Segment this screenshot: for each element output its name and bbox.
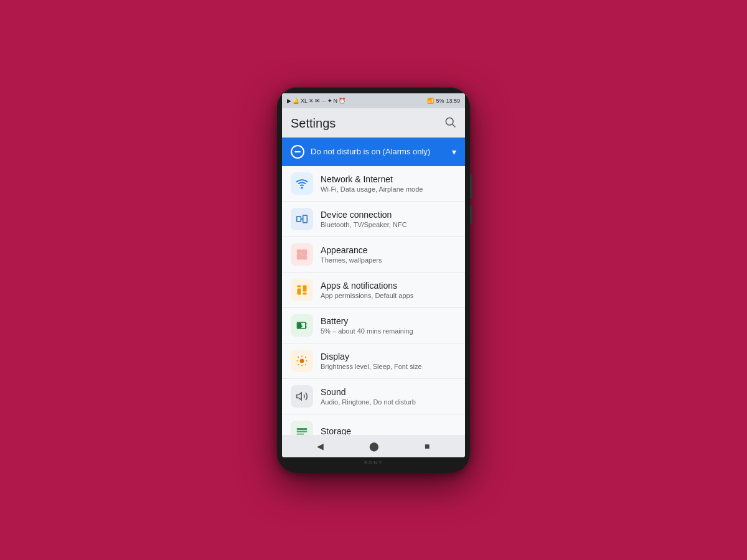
settings-item-storage[interactable]: Storage	[282, 414, 465, 435]
battery-icon	[291, 314, 313, 337]
sound-icon	[291, 385, 313, 408]
dnd-banner[interactable]: Do not disturb is on (Alarms only) ▾	[282, 138, 465, 166]
svg-rect-10	[298, 286, 301, 287]
battery-subtitle: 5% – about 40 mins remaining	[321, 327, 456, 335]
apps-subtitle: App permissions, Default apps	[321, 292, 456, 299]
nfc-icon: N	[334, 98, 338, 104]
svg-rect-9	[303, 256, 307, 259]
svg-rect-6	[298, 250, 302, 253]
svg-point-18	[300, 359, 304, 363]
display-icon	[291, 350, 313, 372]
network-text: Network & Internet Wi-Fi, Data usage, Ai…	[321, 174, 456, 193]
clock: 13:59	[446, 98, 460, 104]
settings-list: Network & Internet Wi-Fi, Data usage, Ai…	[282, 166, 465, 435]
wifi-icon	[291, 172, 313, 195]
battery-text: Battery 5% – about 40 mins remaining	[321, 316, 456, 335]
status-right-icons: 📶 5% 13:59	[427, 98, 460, 104]
network-subtitle: Wi-Fi, Data usage, Airplane mode	[321, 185, 456, 193]
volume-button[interactable]	[470, 205, 472, 224]
settings-item-battery[interactable]: Battery 5% – about 40 mins remaining	[282, 308, 465, 343]
network-title: Network & Internet	[321, 174, 456, 184]
bluetooth-icon: ✦	[327, 98, 332, 104]
apps-text: Apps & notifications App permissions, De…	[321, 281, 456, 299]
svg-rect-3	[297, 217, 301, 222]
dnd-text: Do not disturb is on (Alarms only)	[311, 147, 430, 157]
svg-rect-11	[298, 289, 301, 295]
alert-icon: 🔔	[293, 98, 299, 104]
svg-rect-4	[303, 215, 308, 223]
recents-button[interactable]: ■	[425, 441, 430, 451]
storage-icon	[291, 421, 313, 435]
svg-rect-8	[303, 250, 307, 255]
back-button[interactable]: ◀	[317, 441, 324, 451]
svg-rect-20	[297, 428, 308, 430]
svg-rect-13	[303, 292, 307, 294]
display-title: Display	[321, 352, 456, 362]
battery-pct: 5%	[436, 98, 444, 104]
phone-device: ▶ 🔔 XL ✕ ✉ ··· ✦ N ⏰ 📶 5% 13:59 Settings	[277, 87, 470, 473]
battery-title: Battery	[321, 316, 456, 326]
nav-bar: ◀ ⬤ ■	[282, 435, 465, 457]
settings-item-network[interactable]: Network & Internet Wi-Fi, Data usage, Ai…	[282, 166, 465, 202]
phone-screen: ▶ 🔔 XL ✕ ✉ ··· ✦ N ⏰ 📶 5% 13:59 Settings	[282, 93, 465, 457]
sound-text: Sound Audio, Ringtone, Do not disturb	[321, 387, 456, 406]
power-button[interactable]	[470, 174, 472, 199]
apps-title: Apps & notifications	[321, 281, 456, 291]
device-title: Device connection	[321, 210, 456, 220]
settings-item-display[interactable]: Display Brightness level, Sleep, Font si…	[282, 343, 465, 379]
display-subtitle: Brightness level, Sleep, Font size	[321, 363, 456, 370]
more-icon: ···	[321, 98, 326, 104]
status-left-icons: ▶ 🔔 XL ✕ ✉ ··· ✦ N ⏰	[287, 98, 345, 104]
search-button[interactable]	[444, 116, 456, 131]
apps-icon	[291, 279, 313, 301]
settings-item-device[interactable]: Device connection Bluetooth, TV/Speaker,…	[282, 202, 465, 237]
alarm-icon: ⏰	[339, 98, 345, 104]
svg-rect-21	[297, 431, 308, 432]
email-icon: ✉	[315, 98, 320, 104]
storage-text: Storage	[321, 426, 456, 435]
signal-icon: ✕	[309, 98, 314, 104]
dnd-icon	[291, 145, 304, 159]
home-button[interactable]: ⬤	[369, 441, 379, 451]
play-icon: ▶	[287, 98, 291, 104]
svg-rect-7	[298, 254, 302, 259]
page-title: Settings	[291, 116, 336, 131]
appearance-text: Appearance Themes, wallpapers	[321, 245, 456, 264]
svg-line-1	[453, 124, 456, 128]
network-icon: XL	[301, 98, 308, 104]
svg-point-0	[446, 118, 453, 125]
device-subtitle: Bluetooth, TV/Speaker, NFC	[321, 221, 456, 228]
signal-bars-icon: 📶	[427, 98, 434, 104]
settings-header: Settings	[282, 108, 465, 138]
appearance-title: Appearance	[321, 245, 456, 255]
appearance-icon	[291, 243, 313, 266]
dnd-chevron-icon: ▾	[452, 147, 456, 157]
sound-subtitle: Audio, Ringtone, Do not disturb	[321, 398, 456, 406]
sound-title: Sound	[321, 387, 456, 397]
svg-point-2	[301, 187, 303, 189]
storage-title: Storage	[321, 426, 456, 435]
status-bar: ▶ 🔔 XL ✕ ✉ ··· ✦ N ⏰ 📶 5% 13:59	[282, 93, 465, 108]
display-text: Display Brightness level, Sleep, Font si…	[321, 352, 456, 370]
appearance-subtitle: Themes, wallpapers	[321, 256, 456, 264]
settings-item-sound[interactable]: Sound Audio, Ringtone, Do not disturb	[282, 379, 465, 414]
settings-item-apps[interactable]: Apps & notifications App permissions, De…	[282, 273, 465, 308]
svg-marker-19	[297, 393, 302, 400]
device-text: Device connection Bluetooth, TV/Speaker,…	[321, 210, 456, 228]
device-icon	[291, 208, 313, 230]
dnd-left: Do not disturb is on (Alarms only)	[291, 145, 430, 159]
svg-rect-12	[303, 286, 307, 292]
settings-item-appearance[interactable]: Appearance Themes, wallpapers	[282, 237, 465, 273]
brand-label: SONY	[282, 457, 465, 467]
